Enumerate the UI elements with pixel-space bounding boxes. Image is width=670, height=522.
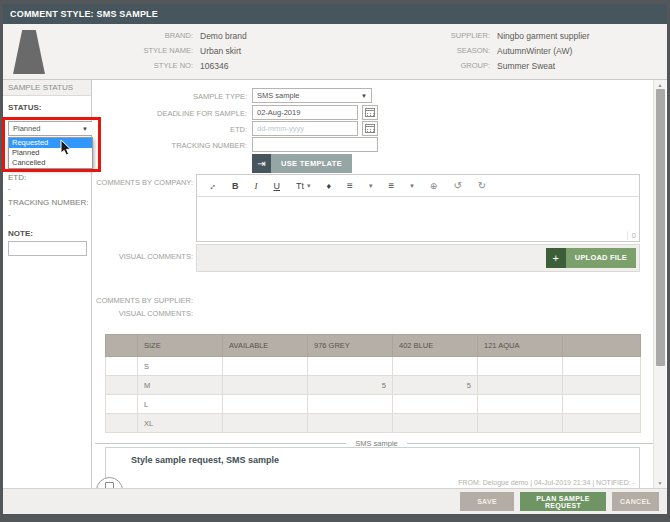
size-cell: L [138, 395, 223, 414]
qty-cell[interactable] [393, 395, 478, 414]
supplier-value: Ningbo garment supplier [497, 31, 590, 41]
column-header-402-blue: 402 BLUE [393, 335, 478, 357]
use-template-label: USE TEMPLATE [271, 154, 352, 173]
editor-content-area[interactable]: 0 [197, 197, 639, 241]
qty-cell[interactable]: 5 [308, 376, 393, 395]
font-size-icon[interactable]: Tt [296, 181, 304, 191]
table-cell [563, 357, 641, 376]
column-header-121-aqua: 121 AQUA [478, 335, 563, 357]
calendar-icon [365, 108, 375, 117]
style-name-field: STYLE NAME: Urban skirt [3, 44, 247, 57]
redo-icon[interactable]: ↻ [478, 180, 486, 191]
sample-request-card: Style sample request, SMS sample FROM: D… [105, 447, 640, 493]
plan-sample-request-button[interactable]: PLAN SAMPLE REQUEST [520, 492, 606, 511]
sample-type-select[interactable]: SMS sample ▼ [252, 88, 372, 103]
sidebar-etd-value: - [8, 184, 11, 193]
import-icon: ⇥ [252, 154, 271, 173]
unordered-list-icon[interactable]: ≡ [388, 180, 394, 191]
note-input[interactable] [8, 241, 87, 256]
link-icon[interactable]: ⊕ [430, 181, 438, 191]
visual-comments-dropzone[interactable]: + UPLOAD FILE [196, 244, 640, 272]
qty-cell[interactable] [308, 395, 393, 414]
column-header [106, 335, 138, 357]
qty-cell[interactable] [478, 395, 563, 414]
font-size-caret-icon[interactable]: ▾ [307, 182, 311, 190]
season-value: AutumnWinter (AW) [497, 46, 572, 56]
season-label: SEASON: [340, 46, 490, 55]
scroll-down-icon[interactable]: ▼ [654, 478, 666, 488]
sample-type-label: SAMPLE TYPE: [92, 92, 247, 101]
qty-cell[interactable] [308, 357, 393, 376]
upload-file-button[interactable]: + UPLOAD FILE [546, 248, 636, 268]
column-header-available: AVAILABLE [223, 335, 308, 357]
header-right-column: SUPPLIER: Ningbo garment supplier SEASON… [340, 29, 590, 72]
use-template-button[interactable]: ⇥ USE TEMPLATE [252, 154, 352, 173]
italic-icon[interactable]: I [255, 181, 258, 191]
upload-file-label: UPLOAD FILE [566, 248, 636, 268]
table-row-xl: XL [106, 414, 641, 433]
status-option-requested[interactable]: Requested [9, 138, 92, 148]
calendar-icon [365, 124, 375, 133]
cancel-button[interactable]: CANCEL [612, 492, 659, 511]
status-option-planned[interactable]: Planned [9, 148, 92, 158]
deadline-calendar-button[interactable] [362, 105, 378, 120]
scrollbar-thumb[interactable] [656, 89, 665, 366]
modal-title: COMMENT STYLE: SMS SAMPLE [3, 4, 667, 24]
status-selected-value: Planned [13, 124, 41, 133]
char-counter: 0 [627, 231, 636, 240]
ordered-list-caret-icon[interactable]: ▾ [369, 182, 373, 190]
mouse-cursor-icon [60, 139, 72, 156]
text-color-icon[interactable]: ♦ [327, 181, 332, 191]
unordered-list-caret-icon[interactable]: ▾ [410, 182, 414, 190]
deadline-label: DEADLINE FOR SAMPLE: [92, 109, 247, 118]
chevron-down-icon: ▼ [361, 90, 367, 103]
column-header [563, 335, 641, 357]
table-header-row: SIZE AVAILABLE 976 GREY 402 BLUE 121 AQU… [106, 335, 641, 357]
etd-calendar-button[interactable] [362, 121, 378, 136]
request-heading: Style sample request, SMS sample [131, 455, 279, 465]
qty-cell[interactable] [393, 357, 478, 376]
supplier-label: SUPPLIER: [340, 31, 490, 40]
undo-icon[interactable]: ↺ [453, 180, 461, 191]
vertical-scrollbar[interactable]: ▲ ▼ [653, 80, 666, 488]
supplier-visual-comments-label: VISUAL COMMENTS: [92, 309, 193, 318]
qty-cell[interactable] [223, 376, 308, 395]
deadline-input[interactable] [252, 105, 358, 120]
brand-field: BRAND: Demo brand [3, 29, 247, 42]
tracking-number-input[interactable] [252, 137, 378, 152]
expand-icon[interactable]: ↔ [205, 179, 218, 192]
column-header-976-grey: 976 GREY [308, 335, 393, 357]
qty-cell[interactable]: 5 [393, 376, 478, 395]
size-cell: S [138, 357, 223, 376]
sample-status-sidebar: SAMPLE STATUS STATUS: Planned ▼ Requeste… [3, 80, 92, 488]
qty-cell[interactable] [393, 414, 478, 433]
plus-icon: + [546, 248, 566, 268]
qty-cell[interactable] [478, 376, 563, 395]
qty-cell[interactable] [308, 414, 393, 433]
underline-icon[interactable]: U [274, 181, 281, 191]
table-cell [563, 376, 641, 395]
save-button[interactable]: SAVE [460, 492, 514, 511]
qty-cell[interactable] [478, 357, 563, 376]
group-label: GROUP: [340, 61, 490, 70]
status-dropdown-list: Requested Planned Cancelled [8, 137, 93, 169]
qty-cell[interactable] [223, 414, 308, 433]
group-value: Summer Sweat [497, 61, 555, 71]
rich-text-editor: ↔ B I U Tt ▾ ♦ ≡ ▾ ≡ ▾ ⊕ ↺ ↻ 0 [196, 174, 640, 242]
status-option-cancelled[interactable]: Cancelled [9, 158, 92, 168]
sidebar-tracking-value: - [8, 210, 11, 219]
ordered-list-icon[interactable]: ≡ [347, 180, 353, 191]
bold-icon[interactable]: B [232, 181, 239, 191]
request-meta: FROM: Delogue demo | 04-Jul-2019 21:34 |… [458, 479, 635, 486]
qty-cell[interactable] [478, 414, 563, 433]
qty-cell[interactable] [223, 395, 308, 414]
size-cell: M [138, 376, 223, 395]
supplier-field: SUPPLIER: Ningbo garment supplier [340, 29, 590, 42]
etd-input[interactable] [252, 121, 358, 136]
status-select[interactable]: Planned ▼ [8, 121, 93, 136]
table-cell [106, 414, 138, 433]
brand-value: Demo brand [200, 31, 247, 41]
note-label: NOTE: [8, 229, 33, 238]
qty-cell[interactable] [223, 357, 308, 376]
style-name-value: Urban skirt [200, 46, 241, 56]
